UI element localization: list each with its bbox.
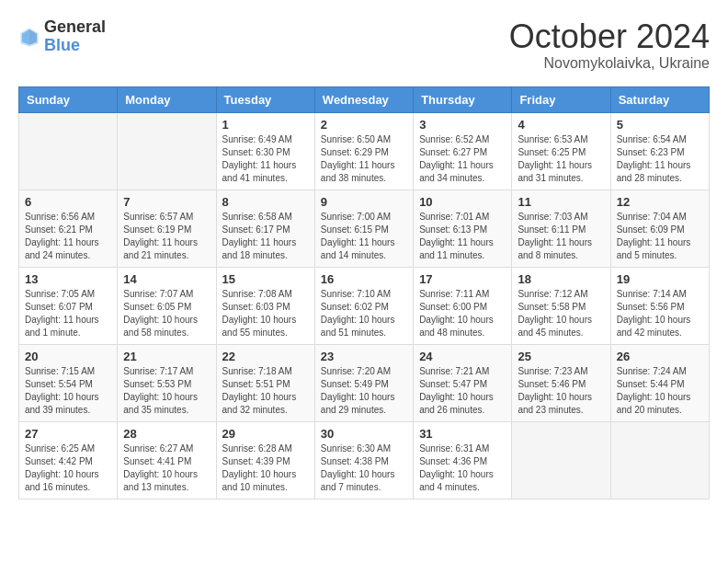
calendar-table: SundayMondayTuesdayWednesdayThursdayFrid… xyxy=(18,86,710,500)
weekday-header-thursday: Thursday xyxy=(414,86,512,112)
day-info: Sunrise: 7:12 AM Sunset: 5:58 PM Dayligh… xyxy=(518,288,604,339)
day-info: Sunrise: 7:10 AM Sunset: 6:02 PM Dayligh… xyxy=(321,288,407,339)
calendar-cell: 2Sunrise: 6:50 AM Sunset: 6:29 PM Daylig… xyxy=(314,112,413,190)
day-number: 4 xyxy=(518,118,604,132)
calendar-cell: 29Sunrise: 6:28 AM Sunset: 4:39 PM Dayli… xyxy=(216,421,314,499)
weekday-header-friday: Friday xyxy=(512,86,610,112)
logo-text: General Blue xyxy=(44,18,106,55)
day-number: 25 xyxy=(518,350,604,363)
calendar-cell: 7Sunrise: 6:57 AM Sunset: 6:19 PM Daylig… xyxy=(118,190,216,267)
calendar-cell: 28Sunrise: 6:27 AM Sunset: 4:41 PM Dayli… xyxy=(118,421,216,499)
calendar-cell: 6Sunrise: 6:56 AM Sunset: 6:21 PM Daylig… xyxy=(19,190,118,267)
day-number: 31 xyxy=(419,427,506,441)
day-info: Sunrise: 6:31 AM Sunset: 4:36 PM Dayligh… xyxy=(419,442,506,494)
weekday-header-wednesday: Wednesday xyxy=(314,86,413,112)
weekday-header-saturday: Saturday xyxy=(610,86,709,112)
day-number: 22 xyxy=(222,350,309,363)
day-info: Sunrise: 6:57 AM Sunset: 6:19 PM Dayligh… xyxy=(123,211,210,262)
day-number: 30 xyxy=(321,427,407,441)
day-number: 21 xyxy=(123,350,210,363)
day-info: Sunrise: 7:20 AM Sunset: 5:49 PM Dayligh… xyxy=(321,365,407,417)
weekday-header-tuesday: Tuesday xyxy=(216,86,314,112)
day-info: Sunrise: 7:03 AM Sunset: 6:11 PM Dayligh… xyxy=(518,211,604,262)
calendar-week-row: 27Sunrise: 6:25 AM Sunset: 4:42 PM Dayli… xyxy=(19,421,710,499)
month-title: October 2024 xyxy=(509,18,710,55)
calendar-cell: 15Sunrise: 7:08 AM Sunset: 6:03 PM Dayli… xyxy=(216,267,314,344)
calendar-cell: 10Sunrise: 7:01 AM Sunset: 6:13 PM Dayli… xyxy=(414,190,512,267)
title-area: October 2024 Novomykolaivka, Ukraine xyxy=(509,18,710,72)
calendar-cell xyxy=(19,112,118,190)
calendar-cell: 20Sunrise: 7:15 AM Sunset: 5:54 PM Dayli… xyxy=(19,344,118,421)
calendar-cell: 31Sunrise: 6:31 AM Sunset: 4:36 PM Dayli… xyxy=(414,421,512,499)
calendar-cell: 9Sunrise: 7:00 AM Sunset: 6:15 PM Daylig… xyxy=(314,190,413,267)
day-info: Sunrise: 6:25 AM Sunset: 4:42 PM Dayligh… xyxy=(25,442,111,494)
day-number: 8 xyxy=(222,195,309,209)
weekday-header-sunday: Sunday xyxy=(19,86,118,112)
day-info: Sunrise: 6:50 AM Sunset: 6:29 PM Dayligh… xyxy=(321,133,407,185)
calendar-cell: 17Sunrise: 7:11 AM Sunset: 6:00 PM Dayli… xyxy=(414,267,512,344)
day-number: 2 xyxy=(321,118,407,132)
page-header: General Blue October 2024 Novomykolaivka… xyxy=(18,18,710,72)
day-info: Sunrise: 7:01 AM Sunset: 6:13 PM Dayligh… xyxy=(419,211,506,262)
day-info: Sunrise: 6:52 AM Sunset: 6:27 PM Dayligh… xyxy=(419,133,506,185)
day-info: Sunrise: 6:58 AM Sunset: 6:17 PM Dayligh… xyxy=(222,211,309,262)
day-number: 20 xyxy=(25,350,111,363)
day-number: 3 xyxy=(419,118,506,132)
day-info: Sunrise: 7:00 AM Sunset: 6:15 PM Dayligh… xyxy=(321,211,407,262)
day-number: 16 xyxy=(321,272,407,286)
day-number: 28 xyxy=(123,427,210,441)
day-info: Sunrise: 7:04 AM Sunset: 6:09 PM Dayligh… xyxy=(617,211,703,262)
day-number: 27 xyxy=(25,427,111,441)
day-number: 14 xyxy=(123,272,210,286)
day-number: 15 xyxy=(222,272,309,286)
calendar-cell xyxy=(118,112,216,190)
calendar-cell: 12Sunrise: 7:04 AM Sunset: 6:09 PM Dayli… xyxy=(610,190,709,267)
calendar-header-row: SundayMondayTuesdayWednesdayThursdayFrid… xyxy=(19,86,710,112)
calendar-cell: 25Sunrise: 7:23 AM Sunset: 5:46 PM Dayli… xyxy=(512,344,610,421)
location-subtitle: Novomykolaivka, Ukraine xyxy=(509,55,710,72)
calendar-cell: 27Sunrise: 6:25 AM Sunset: 4:42 PM Dayli… xyxy=(19,421,118,499)
calendar-cell: 1Sunrise: 6:49 AM Sunset: 6:30 PM Daylig… xyxy=(216,112,314,190)
day-info: Sunrise: 6:30 AM Sunset: 4:38 PM Dayligh… xyxy=(321,442,407,494)
calendar-cell: 5Sunrise: 6:54 AM Sunset: 6:23 PM Daylig… xyxy=(610,112,709,190)
day-number: 5 xyxy=(617,118,703,132)
logo: General Blue xyxy=(18,18,106,55)
day-info: Sunrise: 6:49 AM Sunset: 6:30 PM Dayligh… xyxy=(222,133,309,185)
day-info: Sunrise: 7:15 AM Sunset: 5:54 PM Dayligh… xyxy=(25,365,111,417)
calendar-cell: 23Sunrise: 7:20 AM Sunset: 5:49 PM Dayli… xyxy=(314,344,413,421)
day-number: 10 xyxy=(419,195,506,209)
calendar-cell: 11Sunrise: 7:03 AM Sunset: 6:11 PM Dayli… xyxy=(512,190,610,267)
day-info: Sunrise: 6:28 AM Sunset: 4:39 PM Dayligh… xyxy=(222,442,309,494)
day-info: Sunrise: 7:07 AM Sunset: 6:05 PM Dayligh… xyxy=(123,288,210,339)
day-info: Sunrise: 7:17 AM Sunset: 5:53 PM Dayligh… xyxy=(123,365,210,417)
calendar-week-row: 20Sunrise: 7:15 AM Sunset: 5:54 PM Dayli… xyxy=(19,344,710,421)
calendar-cell xyxy=(610,421,709,499)
day-info: Sunrise: 7:08 AM Sunset: 6:03 PM Dayligh… xyxy=(222,288,309,339)
logo-icon xyxy=(18,26,40,48)
day-info: Sunrise: 7:11 AM Sunset: 6:00 PM Dayligh… xyxy=(419,288,506,339)
day-number: 9 xyxy=(321,195,407,209)
day-info: Sunrise: 6:27 AM Sunset: 4:41 PM Dayligh… xyxy=(123,442,210,494)
calendar-cell xyxy=(512,421,610,499)
day-number: 19 xyxy=(617,272,703,286)
calendar-cell: 24Sunrise: 7:21 AM Sunset: 5:47 PM Dayli… xyxy=(414,344,512,421)
day-info: Sunrise: 7:18 AM Sunset: 5:51 PM Dayligh… xyxy=(222,365,309,417)
day-number: 23 xyxy=(321,350,407,363)
calendar-cell: 3Sunrise: 6:52 AM Sunset: 6:27 PM Daylig… xyxy=(414,112,512,190)
calendar-cell: 14Sunrise: 7:07 AM Sunset: 6:05 PM Dayli… xyxy=(118,267,216,344)
day-number: 24 xyxy=(419,350,506,363)
day-info: Sunrise: 6:54 AM Sunset: 6:23 PM Dayligh… xyxy=(617,133,703,185)
calendar-week-row: 6Sunrise: 6:56 AM Sunset: 6:21 PM Daylig… xyxy=(19,190,710,267)
day-number: 26 xyxy=(617,350,703,363)
calendar-cell: 22Sunrise: 7:18 AM Sunset: 5:51 PM Dayli… xyxy=(216,344,314,421)
day-info: Sunrise: 7:14 AM Sunset: 5:56 PM Dayligh… xyxy=(617,288,703,339)
calendar-cell: 19Sunrise: 7:14 AM Sunset: 5:56 PM Dayli… xyxy=(610,267,709,344)
calendar-cell: 30Sunrise: 6:30 AM Sunset: 4:38 PM Dayli… xyxy=(314,421,413,499)
day-info: Sunrise: 7:23 AM Sunset: 5:46 PM Dayligh… xyxy=(518,365,604,417)
calendar-week-row: 1Sunrise: 6:49 AM Sunset: 6:30 PM Daylig… xyxy=(19,112,710,190)
day-number: 6 xyxy=(25,195,111,209)
logo-blue: Blue xyxy=(44,36,80,54)
day-info: Sunrise: 7:05 AM Sunset: 6:07 PM Dayligh… xyxy=(25,288,111,339)
day-number: 1 xyxy=(222,118,309,132)
day-number: 7 xyxy=(123,195,210,209)
